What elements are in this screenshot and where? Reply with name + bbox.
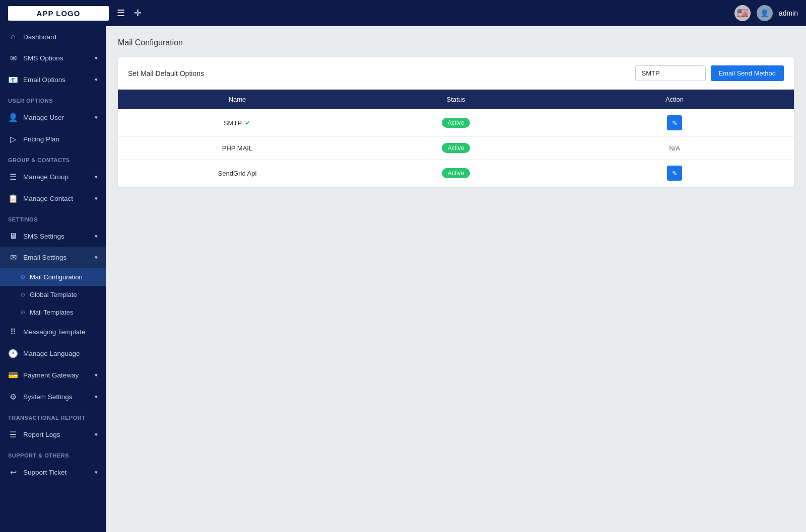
email-icon: 📧 bbox=[8, 75, 18, 85]
cell-action: ✎ bbox=[565, 166, 784, 181]
sidebar-item-sms-options[interactable]: ✉ SMS Options ▾ bbox=[0, 47, 106, 69]
sidebar-label-email-options: Email Options bbox=[23, 76, 65, 84]
chevron-down-icon: ▾ bbox=[95, 114, 98, 121]
sidebar-item-manage-group[interactable]: ☰ Manage Group ▾ bbox=[0, 166, 106, 188]
sidebar-item-manage-language[interactable]: 🕐 Manage Language bbox=[0, 343, 106, 364]
flag-icon[interactable]: 🇺🇸 bbox=[734, 5, 751, 21]
sidebar-label-manage-contact: Manage Contact bbox=[23, 195, 73, 202]
chevron-down-icon: ▾ bbox=[95, 394, 98, 400]
main-content: Mail Configuration Set Mail Default Opti… bbox=[106, 26, 806, 532]
sidebar-item-sms-settings[interactable]: 🖥 SMS Settings ▾ bbox=[0, 225, 106, 247]
chevron-down-icon: ▾ bbox=[95, 233, 98, 240]
menu-icon[interactable]: ☰ bbox=[117, 8, 125, 19]
home-icon: ⌂ bbox=[8, 32, 18, 41]
sidebar-item-email-options[interactable]: 📧 Email Options ▾ bbox=[0, 69, 106, 91]
chevron-down-icon: ▾ bbox=[95, 431, 98, 438]
contact-icon: 📋 bbox=[8, 194, 18, 203]
cell-action: ✎ bbox=[565, 115, 784, 130]
col-status: Status bbox=[347, 96, 565, 103]
table-row: SendGrid Api Active ✎ bbox=[118, 160, 794, 187]
edit-button[interactable]: ✎ bbox=[667, 115, 682, 130]
subitem-label-mail-templates: Mail Templates bbox=[30, 309, 73, 316]
section-user-options: USER OPTIONS bbox=[0, 91, 106, 107]
col-action: Action bbox=[565, 96, 784, 103]
sidebar-subitem-mail-templates[interactable]: ⚙ Mail Templates bbox=[0, 303, 106, 321]
sidebar-label-manage-group: Manage Group bbox=[23, 173, 69, 181]
language-icon: 🕐 bbox=[8, 349, 18, 358]
sms-icon: ✉ bbox=[8, 53, 18, 63]
chevron-down-icon: ▾ bbox=[95, 195, 98, 202]
status-badge: Active bbox=[442, 168, 471, 178]
status-badge: Active bbox=[442, 143, 471, 153]
sidebar-label-payment-gateway: Payment Gateway bbox=[23, 371, 79, 379]
sidebar-label-email-settings: Email Settings bbox=[23, 254, 66, 261]
check-icon: ✔ bbox=[245, 119, 251, 127]
cell-name: SMTP ✔ bbox=[128, 119, 347, 127]
sidebar-label-pricing-plan: Pricing Plan bbox=[23, 135, 59, 143]
status-badge: Active bbox=[442, 118, 471, 128]
sidebar-item-dashboard[interactable]: ⌂ Dashboard bbox=[0, 26, 106, 47]
sidebar-label-sms-settings: SMS Settings bbox=[23, 233, 64, 240]
subitem-label-mail-configuration: Mail Configuration bbox=[30, 273, 83, 281]
table-row: SMTP ✔ Active ✎ bbox=[118, 109, 794, 137]
table-header: Name Status Action bbox=[118, 90, 794, 109]
email-send-method-button[interactable]: Email Send Method bbox=[711, 65, 784, 81]
sidebar-item-pricing-plan[interactable]: ▷ Pricing Plan bbox=[0, 128, 106, 150]
user-icon: 👤 bbox=[8, 113, 18, 122]
smtp-input[interactable] bbox=[635, 65, 706, 81]
sidebar-item-messaging-template[interactable]: ⠿ Messaging Template bbox=[0, 321, 106, 343]
cell-name: PHP MAIL bbox=[128, 144, 347, 152]
cell-name: SendGrid Api bbox=[128, 170, 347, 177]
support-icon: ↩ bbox=[8, 468, 18, 477]
sms-settings-icon: 🖥 bbox=[8, 232, 18, 241]
row-name-sendgrid: SendGrid Api bbox=[218, 170, 257, 177]
sidebar-subitem-mail-configuration[interactable]: ⚙ Mail Configuration bbox=[0, 268, 106, 286]
chevron-down-icon: ▾ bbox=[95, 174, 98, 180]
table-row: PHP MAIL Active N/A bbox=[118, 137, 794, 160]
chevron-down-icon: ▾ bbox=[95, 372, 98, 378]
row-name-smtp: SMTP bbox=[224, 119, 242, 127]
sidebar-label-sms-options: SMS Options bbox=[23, 54, 63, 62]
card-header: Set Mail Default Options Email Send Meth… bbox=[118, 57, 794, 90]
na-text: N/A bbox=[669, 144, 680, 152]
admin-label: admin bbox=[779, 9, 798, 17]
sidebar-label-dashboard: Dashboard bbox=[23, 33, 56, 41]
header-right: 🇺🇸 👤 admin bbox=[734, 5, 798, 21]
cell-status: Active bbox=[347, 118, 565, 128]
email-settings-icon: ✉ bbox=[8, 253, 18, 262]
payment-icon: 💳 bbox=[8, 370, 18, 380]
header-icons: ☰ ✛ bbox=[117, 8, 142, 19]
header: APP LOGO ☰ ✛ 🇺🇸 👤 admin bbox=[0, 0, 806, 26]
card-header-right: Email Send Method bbox=[635, 65, 784, 81]
gear-icon: ⚙ bbox=[20, 309, 26, 316]
chevron-down-icon: ▾ bbox=[95, 469, 98, 476]
gear-icon: ⚙ bbox=[20, 291, 26, 298]
edit-button[interactable]: ✎ bbox=[667, 166, 682, 181]
sidebar-item-manage-contact[interactable]: 📋 Manage Contact ▾ bbox=[0, 188, 106, 209]
app-logo: APP LOGO bbox=[8, 6, 109, 21]
card-header-title: Set Mail Default Options bbox=[128, 69, 204, 78]
group-icon: ☰ bbox=[8, 172, 18, 182]
sidebar-item-payment-gateway[interactable]: 💳 Payment Gateway ▾ bbox=[0, 364, 106, 386]
sidebar-label-messaging-template: Messaging Template bbox=[23, 328, 86, 336]
content-card: Set Mail Default Options Email Send Meth… bbox=[118, 57, 794, 187]
sidebar: ⌂ Dashboard ✉ SMS Options ▾ 📧 Email Opti… bbox=[0, 26, 106, 532]
avatar[interactable]: 👤 bbox=[757, 5, 773, 21]
move-icon[interactable]: ✛ bbox=[134, 8, 142, 19]
chevron-down-icon: ▾ bbox=[95, 55, 98, 61]
col-name: Name bbox=[128, 96, 347, 103]
sidebar-item-system-settings[interactable]: ⚙ System Settings ▾ bbox=[0, 386, 106, 408]
sidebar-item-report-logs[interactable]: ☰ Report Logs ▾ bbox=[0, 424, 106, 445]
cell-status: Active bbox=[347, 168, 565, 178]
sidebar-label-support-ticket: Support Ticket bbox=[23, 469, 66, 476]
sidebar-subitem-global-template[interactable]: ⚙ Global Template bbox=[0, 286, 106, 303]
section-settings: SETTINGS bbox=[0, 209, 106, 225]
cell-action: N/A bbox=[565, 144, 784, 152]
section-support-others: SUPPORT & OTHERS bbox=[0, 445, 106, 462]
sidebar-item-support-ticket[interactable]: ↩ Support Ticket ▾ bbox=[0, 462, 106, 483]
row-name-phpmail: PHP MAIL bbox=[222, 144, 252, 152]
gear-icon: ⚙ bbox=[20, 274, 26, 281]
report-icon: ☰ bbox=[8, 430, 18, 439]
sidebar-item-email-settings[interactable]: ✉ Email Settings ▾ bbox=[0, 247, 106, 268]
sidebar-item-manage-user[interactable]: 👤 Manage User ▾ bbox=[0, 107, 106, 128]
